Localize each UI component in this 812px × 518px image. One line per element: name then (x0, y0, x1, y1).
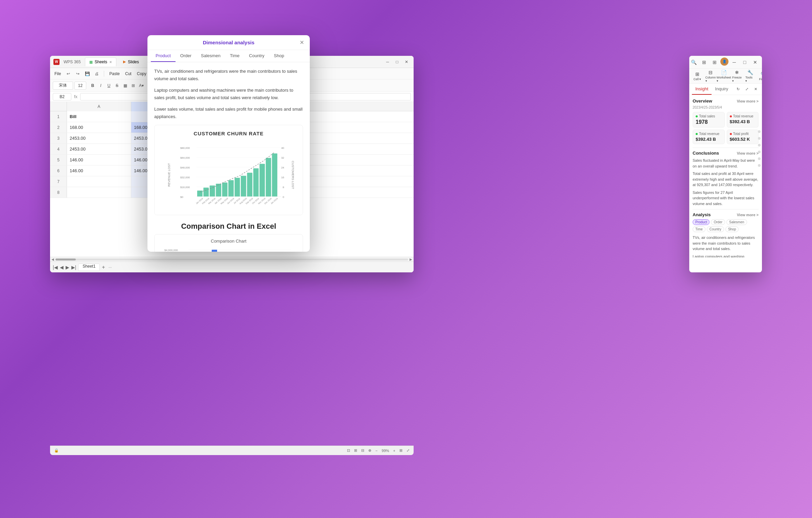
side-dot-4[interactable] (758, 151, 761, 153)
fill-color-button[interactable]: A▾ (138, 82, 145, 89)
inquiry-tab[interactable]: Inquiry (712, 84, 732, 95)
modal-tab-shop[interactable]: Shop (269, 50, 289, 62)
analysis-tab-product[interactable]: Product (693, 219, 710, 225)
freeze-tool[interactable]: ❄ Freeze ▾ (731, 69, 743, 83)
view-normal-button[interactable]: ⊡ (347, 448, 350, 453)
column-tool[interactable]: ⊟ Column ▾ (704, 69, 717, 83)
cut-btn[interactable]: Cut (123, 71, 133, 77)
cell-a1[interactable]: Bill (67, 111, 131, 122)
analysis-tab-salesmen[interactable]: Salesmen (726, 219, 747, 225)
modal-close-button[interactable]: ✕ (298, 39, 306, 47)
side-dot-2[interactable] (758, 137, 761, 140)
analysis-tab-country[interactable]: Country (707, 226, 724, 232)
modal-text-1: TVs, air conditioners and refrigerators … (154, 68, 303, 83)
cell-a7[interactable] (67, 176, 131, 187)
zoom-out-button[interactable]: − (375, 449, 377, 453)
zoom-level: 99% (382, 449, 389, 453)
cell-a3[interactable]: 2453.00 (67, 133, 131, 143)
border-button[interactable]: ▦ (121, 82, 129, 89)
font-name-input[interactable] (53, 82, 73, 90)
conclusions-view-more[interactable]: View more > (737, 151, 759, 155)
avatar-button[interactable]: 👤 (720, 58, 728, 66)
close-panel-button[interactable]: ✕ (750, 58, 760, 67)
add-sheet-button[interactable]: + (102, 264, 105, 270)
refresh-button[interactable]: ↻ (734, 86, 742, 93)
sheets-tab-close[interactable]: ✕ (109, 60, 112, 64)
side-dot-5[interactable] (758, 157, 761, 160)
svg-rect-37 (210, 185, 215, 196)
modal-tab-salesmen[interactable]: Salesmen (196, 50, 225, 62)
cell-reference[interactable] (53, 93, 71, 100)
expand-button[interactable]: ⤢ (743, 86, 750, 93)
overview-view-more[interactable]: View more > (737, 99, 759, 103)
cell-a4[interactable]: 2453.00 (67, 144, 131, 154)
modal-tab-time[interactable]: Time (225, 50, 244, 62)
cell-tool[interactable]: ⊞ Cell ▾ (691, 71, 703, 82)
close-button[interactable]: ✕ (403, 58, 410, 66)
file-menu[interactable]: File (53, 71, 63, 77)
svg-rect-42 (241, 176, 246, 196)
tools-tool[interactable]: 🔧 Tools ▾ (744, 69, 756, 83)
sheet1-tab[interactable]: Sheet1 (78, 264, 100, 271)
col-header-a[interactable]: A (67, 102, 131, 111)
close-insight-button[interactable]: ✕ (752, 86, 759, 93)
fullscreen-button[interactable]: ⊞ (699, 58, 709, 67)
side-dot-1[interactable] (758, 130, 761, 133)
modal-tab-country[interactable]: Country (244, 50, 269, 62)
font-size-input[interactable] (74, 82, 86, 90)
nav-first[interactable]: |◀ (53, 265, 58, 270)
analysis-tab-shop[interactable]: Shop (725, 226, 739, 232)
minimize-button[interactable]: ─ (384, 58, 391, 66)
find-tool[interactable]: 🔍 Find ▾ (757, 71, 762, 82)
sheets-tab[interactable]: ▦ Sheets ✕ (85, 58, 116, 66)
modal-tab-product[interactable]: Product (151, 50, 176, 62)
cell-a6[interactable]: 146.00 (67, 165, 131, 176)
nav-prev[interactable]: ◀ (60, 265, 64, 270)
svg-text:40: 40 (281, 147, 284, 150)
paste-btn[interactable]: Paste (108, 71, 121, 77)
cell-a8[interactable] (67, 187, 131, 198)
underline-button[interactable]: U (105, 82, 113, 89)
side-dot-3[interactable] (758, 144, 761, 147)
merge-button[interactable]: ⊞ (130, 82, 137, 89)
analysis-view-more[interactable]: View more > (737, 213, 759, 217)
cell-a5[interactable]: 146.00 (67, 155, 131, 165)
zoom-fit-button[interactable]: ⊞ (399, 448, 402, 453)
maximize-button[interactable]: □ (393, 58, 401, 66)
undo-button[interactable]: ↩ (65, 70, 72, 77)
side-dot-6[interactable] (758, 164, 761, 167)
redo-button[interactable]: ↪ (74, 70, 82, 77)
strikethrough-button[interactable]: S (113, 82, 121, 89)
copy-btn[interactable]: Copy (135, 71, 148, 77)
slides-tab[interactable]: ▶ Slides (119, 58, 143, 66)
nav-last[interactable]: ▶| (71, 265, 76, 270)
row-number: 4 (50, 144, 67, 154)
horizontal-scrollbar[interactable]: ◀ ▶ (50, 257, 414, 262)
modal-tab-order[interactable]: Order (176, 50, 196, 62)
scrollbar-track[interactable] (55, 258, 408, 261)
insight-tab[interactable]: Insight (692, 84, 712, 95)
svg-rect-40 (228, 180, 234, 196)
nav-next[interactable]: ▶ (66, 265, 69, 270)
minimize-panel-button[interactable]: ─ (729, 58, 739, 67)
print-button[interactable]: 🖨 (93, 70, 100, 77)
grid-button[interactable]: ⊞ (710, 58, 719, 67)
svg-rect-41 (235, 178, 240, 196)
view-layout-button[interactable]: ⊞ (354, 448, 357, 453)
save-button[interactable]: 💾 (84, 70, 91, 77)
maximize-panel-button[interactable]: □ (740, 58, 749, 67)
more-sheets-button[interactable]: ··· (109, 265, 112, 270)
analysis-tab-time[interactable]: Time (693, 226, 705, 232)
bold-button[interactable]: B (89, 82, 96, 89)
worksheet-tool[interactable]: 📄 Worksheet ▾ (718, 69, 730, 83)
scrollbar-thumb[interactable] (55, 258, 76, 261)
cell-a2[interactable]: 168.00 (67, 122, 131, 133)
zoom-in-button[interactable]: + (393, 449, 395, 453)
italic-button[interactable]: I (97, 82, 105, 89)
view-break-button[interactable]: ⊕ (368, 448, 371, 453)
fullscreen-status-button[interactable]: ⤢ (407, 448, 410, 453)
svg-rect-43 (247, 173, 253, 196)
search-button[interactable]: 🔍 (689, 58, 698, 67)
view-page-button[interactable]: ⊟ (361, 448, 364, 453)
analysis-tab-order[interactable]: Order (711, 219, 725, 225)
